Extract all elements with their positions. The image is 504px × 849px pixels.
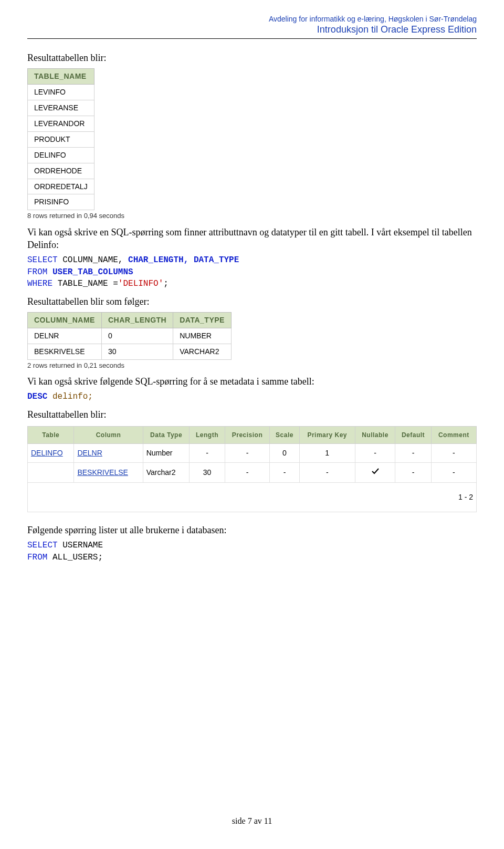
paragraph-5: Følgende spørring lister ut alle brukern… — [27, 524, 477, 536]
desc-nullable-check — [355, 463, 395, 483]
desc-def: - — [395, 463, 432, 483]
sql3-obj: ALL_USERS; — [52, 553, 103, 562]
desc-dtype: Varchar2 — [143, 463, 190, 483]
table2-r2c2: 30 — [101, 344, 173, 359]
kw-where: WHERE — [27, 279, 52, 288]
table1-cell: PRISINFO — [28, 194, 94, 210]
table2-r2c1: BESKRIVELSE — [28, 344, 102, 359]
sql-block-2: DESC delinfo; — [27, 391, 477, 402]
table1-cell: DELINFO — [28, 147, 94, 163]
desc-h-default: Default — [395, 427, 432, 444]
table2-r1c3: NUMBER — [173, 328, 232, 344]
desc-summary: 1 - 2 — [28, 483, 477, 512]
page-footer: side 7 av 11 — [0, 816, 504, 826]
desc-table-link[interactable]: DELINFO — [31, 449, 63, 457]
paragraph-1: Vi kan også skrive en SQL-spørring som f… — [27, 226, 477, 252]
table2-footnote: 2 rows returned in 0,21 seconds — [27, 361, 477, 370]
kw-from-3: FROM — [27, 553, 47, 562]
table2-h2: CHAR_LENGTH — [101, 312, 173, 328]
kw-desc: DESC — [27, 392, 47, 401]
desc-h-length: Length — [190, 427, 225, 444]
table1-cell: PRODUKT — [28, 131, 94, 147]
desc-scale: 0 — [270, 444, 299, 463]
table2-r1c2: 0 — [101, 328, 173, 344]
paragraph-3: Vi kan også skrive følgende SQL-spørring… — [27, 375, 477, 388]
table1-header: TABLE_NAME — [28, 69, 94, 85]
result-table-2: COLUMN_NAME CHAR_LENGTH DATA_TYPE DELNR … — [27, 312, 232, 360]
table1-cell: ORDREHODE — [28, 163, 94, 179]
desc-scale: - — [270, 463, 299, 483]
desc-prec: - — [225, 463, 270, 483]
desc-h-column: Column — [74, 427, 143, 444]
desc-row-2: BESKRIVELSE Varchar2 30 - - - - - — [28, 463, 477, 483]
desc-prec: - — [225, 444, 270, 463]
kw-select: SELECT — [27, 255, 58, 265]
sql-semi: ; — [163, 279, 169, 288]
sql-from-obj: USER_TAB_COLUMNS — [52, 267, 133, 277]
desc-column-link[interactable]: DELNR — [77, 449, 102, 457]
desc-h-nullable: Nullable — [355, 427, 395, 444]
page-header: Avdeling for informatikk og e-læring, Hø… — [27, 15, 477, 35]
header-line-2: Introduksjon til Oracle Express Edition — [27, 24, 477, 35]
desc-h-precision: Precision — [225, 427, 270, 444]
desc-comment: - — [431, 444, 476, 463]
desc-len: 30 — [190, 463, 225, 483]
desc-h-datatype: Data Type — [143, 427, 190, 444]
desc-dtype: Number — [143, 444, 190, 463]
sql-bold-2: DATA_TYPE — [194, 255, 239, 265]
sql-desc-arg: delinfo; — [52, 392, 93, 401]
table1-cell: ORDREDETALJ — [28, 179, 94, 194]
header-divider — [27, 38, 477, 39]
table2-h1: COLUMN_NAME — [28, 312, 102, 328]
table2-h3: DATA_TYPE — [173, 312, 232, 328]
kw-from: FROM — [27, 267, 47, 277]
desc-h-comment: Comment — [431, 427, 476, 444]
table1-cell: LEVERANSE — [28, 100, 94, 116]
sql3-col: USERNAME — [62, 541, 103, 550]
sql-bold-1: CHAR_LENGTH, — [128, 255, 188, 265]
result-heading-3: Resultattabellen blir: — [27, 408, 477, 421]
check-icon — [371, 467, 380, 478]
table1-cell: LEVERANDOR — [28, 116, 94, 131]
result-table-1: TABLE_NAME LEVINFO LEVERANSE LEVERANDOR … — [27, 68, 94, 210]
table2-r1c1: DELNR — [28, 328, 102, 344]
desc-def: - — [395, 444, 432, 463]
header-line-1: Avdeling for informatikk og e-læring, Hø… — [27, 15, 477, 23]
desc-column-link[interactable]: BESKRIVELSE — [77, 468, 128, 477]
desc-summary-row: 1 - 2 — [28, 483, 477, 512]
sql-where-rest: TABLE_NAME = — [58, 279, 118, 288]
desc-table: Table Column Data Type Length Precision … — [27, 426, 477, 512]
desc-comment: - — [431, 463, 476, 483]
desc-nullable: - — [355, 444, 395, 463]
result-heading-2: Resultattabellen blir som følger: — [27, 295, 477, 308]
desc-pk: - — [299, 463, 355, 483]
sql-cols: COLUMN_NAME, — [62, 255, 123, 265]
kw-select-3: SELECT — [27, 541, 58, 550]
desc-row-1: DELINFO DELNR Number - - 0 1 - - - — [28, 444, 477, 463]
result-heading-1: Resultattabellen blir: — [27, 51, 477, 64]
desc-h-scale: Scale — [270, 427, 299, 444]
desc-h-pk: Primary Key — [299, 427, 355, 444]
desc-len: - — [190, 444, 225, 463]
table2-r2c3: VARCHAR2 — [173, 344, 232, 359]
sql-block-1: SELECT COLUMN_NAME, CHAR_LENGTH, DATA_TY… — [27, 254, 477, 289]
table1-footnote: 8 rows returned in 0,94 seconds — [27, 211, 477, 221]
sql-block-3: SELECT USERNAME FROM ALL_USERS; — [27, 540, 477, 563]
desc-h-table: Table — [28, 427, 74, 444]
desc-table-cell-empty — [28, 463, 74, 483]
desc-pk: 1 — [299, 444, 355, 463]
sql-literal: 'DELINFO' — [118, 279, 163, 288]
table1-cell: LEVINFO — [28, 85, 94, 100]
